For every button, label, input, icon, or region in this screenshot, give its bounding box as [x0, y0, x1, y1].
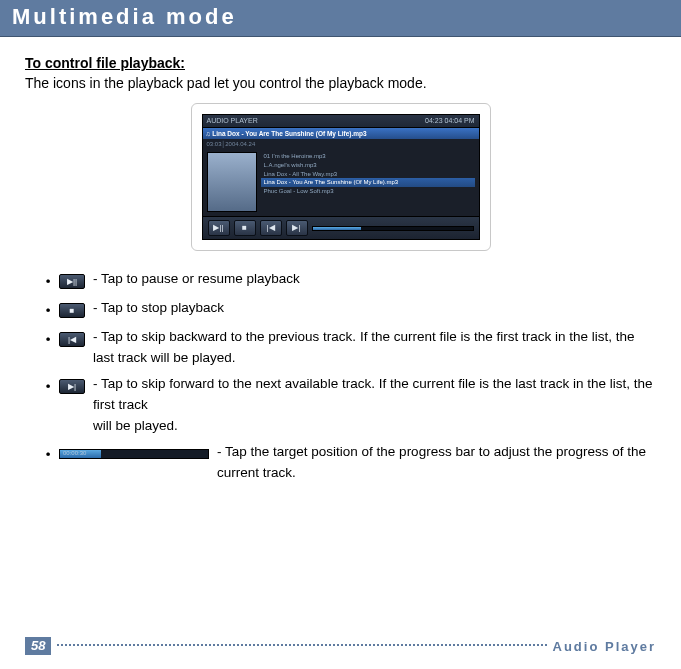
- player-body: 01 I'm the Heroine.mp3 L.A.ngel's wish.m…: [203, 148, 479, 216]
- prev-track-icon: |◀: [260, 220, 282, 236]
- bullet-item: • 00:00:30 - Tap the target position of …: [45, 442, 656, 484]
- page-number: 58: [25, 637, 51, 655]
- footer-dots: [57, 644, 546, 646]
- player-controls: ▶|| ■ |◀ ▶|: [203, 216, 479, 239]
- bullet-text-line2: will be played.: [93, 418, 178, 433]
- list-item: Lina Dox - All The Way.mp3: [261, 170, 475, 179]
- page: Multimedia mode To control file playback…: [0, 0, 681, 669]
- icon-cell: |◀: [59, 327, 85, 350]
- section-intro: The icons in the playback pad let you co…: [25, 75, 656, 91]
- bullet-item: • ▶| - Tap to skip forward to the next a…: [45, 374, 656, 437]
- bullet-dot: •: [45, 374, 51, 398]
- playlist: 01 I'm the Heroine.mp3 L.A.ngel's wish.m…: [261, 152, 475, 212]
- next-track-icon: ▶|: [59, 379, 85, 394]
- header-title: Multimedia mode: [12, 4, 237, 29]
- page-footer: 58 Audio Player: [0, 637, 681, 655]
- next-track-icon: ▶|: [286, 220, 308, 236]
- album-art: [207, 152, 257, 212]
- icon-cell: 00:00:30: [59, 442, 209, 465]
- prev-track-icon: |◀: [59, 332, 85, 347]
- bullet-text: - Tap the target position of the progres…: [217, 442, 656, 484]
- list-item: L.A.ngel's wish.mp3: [261, 161, 475, 170]
- section-subhead: To control file playback:: [25, 55, 656, 71]
- bullet-text-line1: - Tap to skip forward to the next availa…: [93, 376, 653, 412]
- stop-icon: ■: [234, 220, 256, 236]
- player-screenshot-frame: AUDIO PLAYER 04:23 04:04 PM ♫ Lina Dox -…: [191, 103, 491, 251]
- progress-bar-icon: 00:00:30: [59, 449, 209, 459]
- bullet-dot: •: [45, 298, 51, 322]
- list-item-selected: Lina Dox - You Are The Sunshine (Of My L…: [261, 178, 475, 187]
- bullet-item: • |◀ - Tap to skip backward to the previ…: [45, 327, 656, 369]
- bullet-dot: •: [45, 327, 51, 351]
- stop-icon: ■: [59, 303, 85, 318]
- icon-cell: ■: [59, 298, 85, 321]
- audio-player: AUDIO PLAYER 04:23 04:04 PM ♫ Lina Dox -…: [202, 114, 480, 240]
- progress-text: 00:00:30: [63, 449, 86, 458]
- bullet-dot: •: [45, 442, 51, 466]
- icon-cell: ▶|: [59, 374, 85, 397]
- list-item: 01 I'm the Heroine.mp3: [261, 152, 475, 161]
- now-playing-banner: ♫ Lina Dox - You Are The Sunshine (Of My…: [203, 128, 479, 139]
- progress-bar: [312, 226, 474, 231]
- bullet-dot: •: [45, 269, 51, 293]
- header-bar: Multimedia mode: [0, 0, 681, 37]
- bullet-text: - Tap to stop playback: [93, 298, 656, 319]
- now-playing-meta: 03:03│2004.04.24: [203, 141, 479, 149]
- player-titlebar: AUDIO PLAYER 04:23 04:04 PM: [203, 115, 479, 128]
- footer-label: Audio Player: [553, 639, 656, 654]
- bullet-text: - Tap to pause or resume playback: [93, 269, 656, 290]
- bullet-item: • ■ - Tap to stop playback: [45, 298, 656, 322]
- bullet-text: - Tap to skip backward to the previous t…: [93, 327, 656, 369]
- play-pause-icon: ▶||: [59, 274, 85, 289]
- player-title-right: 04:23 04:04 PM: [425, 117, 474, 125]
- icon-cell: ▶||: [59, 269, 85, 292]
- player-title-left: AUDIO PLAYER: [207, 117, 258, 125]
- bullet-text: - Tap to skip forward to the next availa…: [93, 374, 656, 437]
- bullet-list: • ▶|| - Tap to pause or resume playback …: [25, 269, 656, 483]
- play-pause-icon: ▶||: [208, 220, 230, 236]
- bullet-item: • ▶|| - Tap to pause or resume playback: [45, 269, 656, 293]
- list-item: Phuc Goal - Low Soft.mp3: [261, 187, 475, 196]
